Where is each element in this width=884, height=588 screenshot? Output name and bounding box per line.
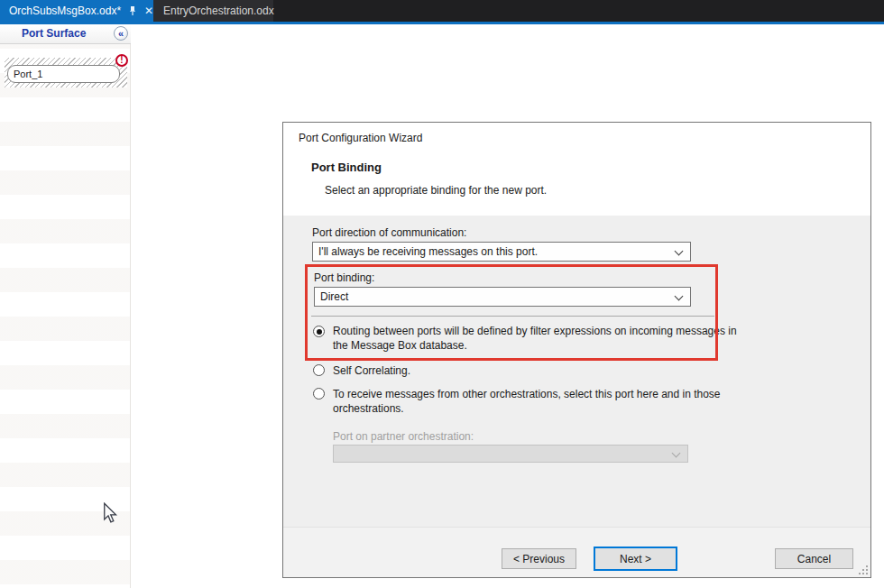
radio-routing-messagebox[interactable] <box>313 326 325 337</box>
page-subtitle: Select an appropriate binding for the ne… <box>325 184 547 197</box>
section-divider <box>311 316 714 317</box>
partner-port-label: Port on partner orchestration: <box>333 430 474 443</box>
port-direction-label: Port direction of communication: <box>312 226 466 239</box>
tab-orchsubsmsgbox[interactable]: OrchSubsMsgBox.odx* ✕ <box>0 0 153 22</box>
port-binding-dropdown[interactable]: Direct <box>314 287 691 307</box>
mouse-cursor-icon <box>101 502 118 523</box>
radio-other-orchestrations[interactable] <box>313 388 325 400</box>
dialog-title: Port Configuration Wizard <box>299 132 422 144</box>
tab-label: EntryOrchestration.odx <box>163 5 274 17</box>
radio-self-correlating-label[interactable]: Self Correlating. <box>333 363 410 378</box>
port-direction-dropdown[interactable]: I'll always be receiving messages on thi… <box>312 242 691 262</box>
active-document-accent-strip <box>0 22 884 24</box>
radio-self-correlating[interactable] <box>313 364 325 376</box>
tab-label: OrchSubsMsgBox.odx* <box>9 5 121 17</box>
resize-grip[interactable] <box>858 565 868 574</box>
port-configuration-wizard-dialog: Port Configuration Wizard Port Binding S… <box>282 122 871 578</box>
port-surface-header: Port Surface « <box>0 24 131 44</box>
cancel-button[interactable]: Cancel <box>775 548 853 569</box>
port-surface-title: Port Surface <box>22 27 86 40</box>
radio-other-orchestrations-label[interactable]: To receive messages from other orchestra… <box>333 387 750 416</box>
port-name-box[interactable]: Port_1 <box>7 65 120 83</box>
partner-port-dropdown <box>333 445 688 463</box>
error-badge-icon: ! <box>115 54 128 67</box>
chevron-down-icon <box>675 247 684 256</box>
tab-entryorchestration[interactable]: EntryOrchestration.odx <box>153 0 273 22</box>
chevron-down-icon <box>675 292 684 301</box>
document-tab-bar: OrchSubsMsgBox.odx* ✕ EntryOrchestration… <box>0 0 884 22</box>
port-shape[interactable]: Port_1 ! <box>5 58 127 87</box>
next-button[interactable]: Next > <box>594 547 677 571</box>
radio-routing-messagebox-label[interactable]: Routing between ports will be defined by… <box>333 324 746 353</box>
wizard-footer: < Previous Next > Cancel <box>283 527 870 577</box>
port-binding-label: Port binding: <box>314 271 374 284</box>
port-direction-value: I'll always be receiving messages on thi… <box>318 245 538 258</box>
close-icon[interactable]: ✕ <box>144 5 153 16</box>
port-binding-value: Direct <box>320 290 348 303</box>
page-title: Port Binding <box>311 161 382 174</box>
collapse-panel-icon[interactable]: « <box>114 26 128 41</box>
chevron-down-icon <box>672 449 681 458</box>
wizard-body: Port direction of communication: I'll al… <box>283 216 870 527</box>
previous-button[interactable]: < Previous <box>502 548 576 569</box>
pin-icon[interactable] <box>128 5 137 16</box>
